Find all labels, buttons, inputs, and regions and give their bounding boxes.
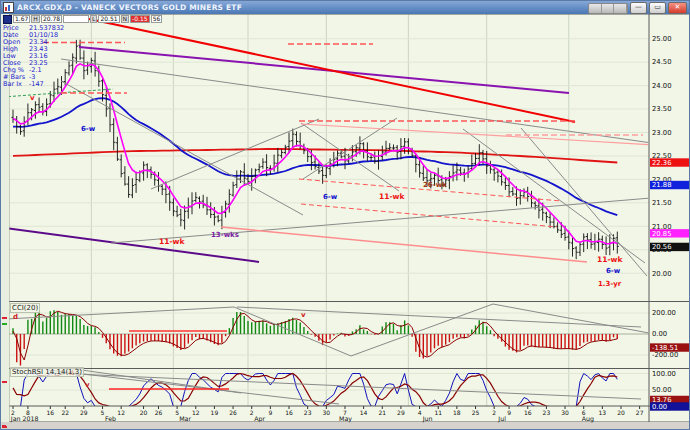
svg-text:6-w: 6-w	[323, 193, 338, 201]
svg-text:1.3-yr: 1.3-yr	[598, 280, 622, 288]
svg-text:Jul: Jul	[497, 415, 506, 423]
svg-text:11-wk: 11-wk	[379, 192, 405, 201]
svg-text:50.00: 50.00	[652, 386, 671, 394]
svg-text:13-wks: 13-wks	[211, 231, 239, 239]
svg-text:0.00: 0.00	[652, 330, 667, 338]
svg-text:21.88: 21.88	[652, 181, 671, 189]
svg-text:11-wk: 11-wk	[159, 237, 185, 246]
cci-panel-title: CCI(20)	[10, 303, 40, 313]
chart-window: ARCX.GDX,D - VANECK VECTORS GOLD MINERS …	[0, 0, 690, 430]
svg-text:29: 29	[397, 409, 405, 416]
price-tag: 22.36	[650, 158, 689, 167]
svg-text:26: 26	[155, 409, 163, 416]
price-tag: -138.51	[650, 343, 689, 352]
stoch-panel-title: StochRSI 14,14(1,3)	[10, 367, 84, 377]
svg-text:Aug: Aug	[582, 415, 594, 423]
restore-button[interactable]: ▭	[649, 2, 666, 14]
svg-text:23: 23	[543, 409, 551, 416]
svg-text:30: 30	[322, 409, 330, 416]
scale-mark	[2, 323, 7, 325]
svg-text:18: 18	[453, 409, 461, 416]
svg-text:11: 11	[434, 409, 442, 416]
svg-text:0.00: 0.00	[652, 403, 667, 411]
svg-text:26: 26	[229, 409, 237, 416]
svg-text:16: 16	[285, 409, 293, 416]
svg-text:v: v	[301, 311, 306, 319]
svg-text:v: v	[85, 381, 90, 389]
scale-mark	[2, 381, 7, 383]
svg-text:20.85: 20.85	[652, 230, 671, 238]
svg-text:-200.00: -200.00	[652, 351, 678, 359]
svg-text:Mar: Mar	[179, 415, 191, 422]
scale-mark	[2, 426, 7, 428]
svg-text:2: 2	[492, 409, 496, 416]
chart-canvas[interactable]: 25.0024.5024.0023.5023.0022.5022.0021.50…	[1, 1, 690, 430]
title-bar[interactable]: ARCX.GDX,D - VANECK VECTORS GOLD MINERS …	[1, 1, 689, 14]
svg-text:Jan 2018: Jan 2018	[10, 415, 39, 423]
svg-text:23: 23	[304, 409, 312, 416]
window-title: ARCX.GDX,D - VANECK VECTORS GOLD MINERS …	[17, 3, 242, 12]
svg-text:20: 20	[140, 409, 148, 416]
svg-text:23.00: 23.00	[652, 129, 671, 137]
svg-text:25: 25	[472, 409, 480, 416]
svg-text:16: 16	[46, 409, 54, 416]
svg-text:v: v	[30, 94, 35, 102]
svg-text:30: 30	[561, 409, 569, 416]
svg-text:24.00: 24.00	[652, 82, 671, 90]
svg-text:23.50: 23.50	[652, 105, 671, 113]
titlebar-extra-buttons[interactable]	[588, 3, 628, 14]
svg-text:6-w: 6-w	[606, 267, 621, 275]
svg-text:-138.51: -138.51	[652, 344, 678, 352]
close-button[interactable]: ✕	[668, 2, 687, 14]
svg-text:13: 13	[599, 409, 607, 416]
svg-text:20.00: 20.00	[652, 270, 671, 278]
svg-text:2: 2	[250, 409, 254, 416]
svg-text:4: 4	[418, 409, 422, 416]
price-tag: 21.88	[650, 181, 689, 190]
svg-text:21: 21	[378, 409, 386, 416]
price-tag: 20.56	[650, 243, 689, 252]
svg-text:20.56: 20.56	[652, 243, 671, 251]
svg-text:6-w: 6-w	[81, 125, 96, 133]
svg-text:19: 19	[211, 409, 219, 416]
minimize-button[interactable]: —	[630, 2, 647, 14]
svg-text:16: 16	[524, 409, 532, 416]
svg-text:20: 20	[617, 409, 625, 416]
svg-text:Apr: Apr	[254, 415, 265, 423]
left-scale-strip	[1, 14, 9, 422]
svg-text:21.50: 21.50	[652, 199, 671, 207]
app-icon	[3, 2, 14, 13]
svg-text:May: May	[339, 415, 352, 423]
svg-text:200.00: 200.00	[652, 309, 676, 317]
price-tag: 0.00	[650, 402, 689, 411]
svg-text:26-wk: 26-wk	[423, 181, 447, 189]
svg-text:29: 29	[80, 409, 88, 416]
svg-text:12: 12	[117, 409, 125, 416]
svg-text:22: 22	[61, 409, 69, 416]
svg-text:27: 27	[636, 409, 644, 416]
svg-text:14: 14	[360, 409, 368, 416]
svg-text:d: d	[13, 313, 18, 321]
svg-text:100.00: 100.00	[652, 370, 676, 378]
svg-text:22.36: 22.36	[652, 159, 671, 167]
svg-text:12: 12	[192, 409, 200, 416]
svg-text:9: 9	[268, 409, 272, 416]
svg-text:11-wk: 11-wk	[597, 255, 623, 264]
svg-text:25.00: 25.00	[652, 35, 671, 43]
svg-text:Feb: Feb	[105, 415, 116, 422]
svg-text:Jun: Jun	[422, 415, 433, 423]
price-tag: 20.85	[650, 229, 689, 238]
scale-mark	[2, 317, 7, 319]
svg-text:9: 9	[507, 409, 511, 416]
svg-text:24.50: 24.50	[652, 58, 671, 66]
